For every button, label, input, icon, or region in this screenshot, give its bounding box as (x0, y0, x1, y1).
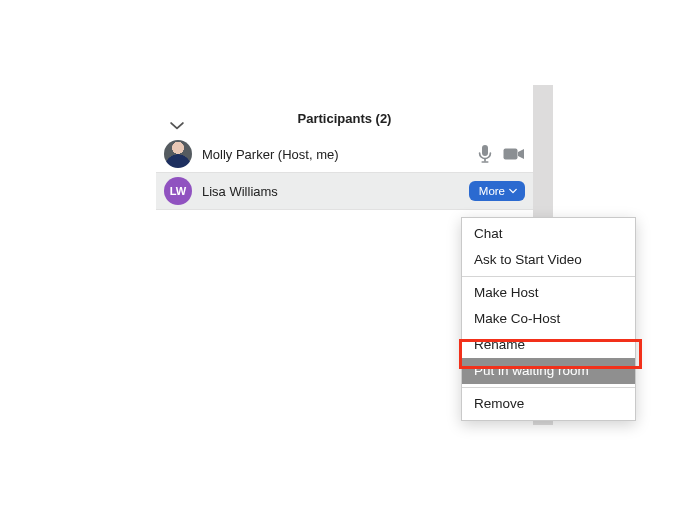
participants-panel: Participants (2) Molly Parker (Host, me) (156, 102, 533, 210)
avatar-initials: LW (170, 185, 187, 197)
participants-title: Participants (2) (298, 111, 392, 126)
menu-item-remove[interactable]: Remove (462, 391, 635, 417)
menu-item-put-in-waiting-room[interactable]: Put in waiting room (462, 358, 635, 384)
svg-rect-3 (504, 149, 518, 160)
chevron-down-icon (509, 188, 517, 194)
menu-separator (462, 387, 635, 388)
menu-item-ask-start-video[interactable]: Ask to Start Video (462, 247, 635, 273)
avatar (164, 140, 192, 168)
chevron-down-icon[interactable] (170, 112, 184, 126)
camera-icon (503, 147, 525, 161)
participant-name: Molly Parker (Host, me) (202, 147, 477, 162)
avatar: LW (164, 177, 192, 205)
menu-item-rename[interactable]: Rename (462, 332, 635, 358)
menu-item-make-host[interactable]: Make Host (462, 280, 635, 306)
menu-item-chat[interactable]: Chat (462, 221, 635, 247)
menu-item-make-cohost[interactable]: Make Co-Host (462, 306, 635, 332)
svg-rect-2 (481, 161, 488, 163)
more-button-label: More (479, 181, 505, 201)
more-button[interactable]: More (469, 181, 525, 201)
participant-status-icons (477, 144, 525, 164)
participant-row[interactable]: Molly Parker (Host, me) (156, 136, 533, 172)
svg-rect-1 (484, 158, 486, 161)
participant-row[interactable]: LW Lisa Williams More (156, 172, 533, 210)
microphone-icon (477, 144, 493, 164)
menu-separator (462, 276, 635, 277)
svg-rect-0 (482, 145, 488, 156)
participants-header: Participants (2) (156, 102, 533, 136)
participant-more-menu: Chat Ask to Start Video Make Host Make C… (461, 217, 636, 421)
participant-name: Lisa Williams (202, 184, 469, 199)
